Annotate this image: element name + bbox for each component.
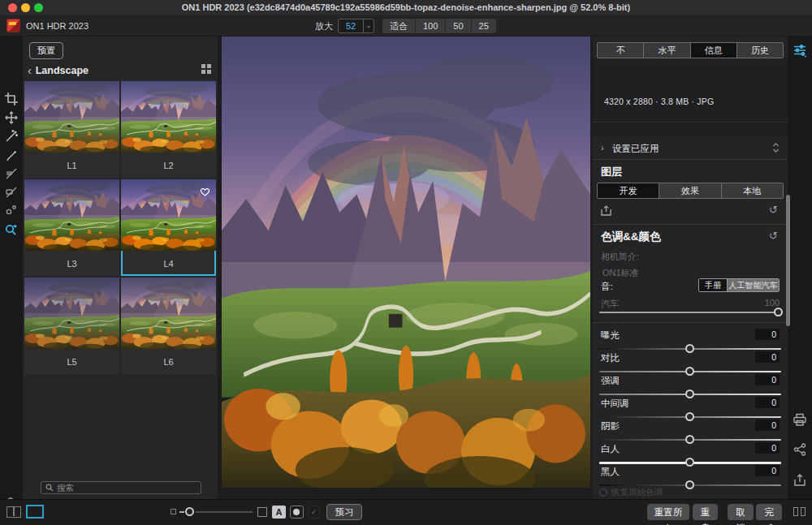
tone-ai-auto-button[interactable]: 人工智能汽车 (727, 279, 779, 291)
slider-knob[interactable] (685, 389, 694, 398)
slider-track-blacks[interactable] (599, 484, 781, 486)
slider-value-blacks[interactable]: 0 (755, 465, 780, 476)
slider-value-shadows[interactable]: 0 (755, 420, 780, 431)
zoom-preset-group: 适合 100 50 25 (382, 19, 496, 33)
applied-settings-row[interactable]: › 设置已应用 (593, 140, 788, 157)
preset-category-header[interactable]: ‹ Landscape (28, 62, 213, 79)
share-icon[interactable] (793, 442, 807, 457)
preset-thumbnail-l1[interactable]: L1 (24, 81, 119, 178)
footnote-text: 恢复原始色调 (611, 487, 663, 498)
grid-view-icon[interactable] (201, 64, 211, 74)
compare-icon[interactable] (793, 507, 806, 518)
zoom-fit-button[interactable]: 适合 (382, 19, 415, 33)
slider-track-whites[interactable] (599, 462, 781, 464)
tab-local[interactable]: 本地 (721, 183, 783, 198)
tab-none[interactable]: 不 (598, 43, 643, 58)
slider-track-midtones[interactable] (599, 416, 781, 418)
zoom-100-button[interactable]: 100 (415, 19, 445, 33)
printer-icon[interactable] (793, 412, 807, 427)
done-button[interactable]: 完成 (756, 504, 782, 520)
auto-slider-knob[interactable] (774, 308, 783, 316)
auto-slider-track[interactable] (599, 312, 781, 313)
camera-profile-label: 相机简介: (601, 251, 639, 263)
retouch-icon[interactable] (4, 203, 19, 217)
save-preset-icon[interactable] (600, 204, 612, 217)
zoom-50-button[interactable]: 50 (445, 19, 470, 33)
reset-all-button[interactable]: 重置所有 (647, 504, 689, 520)
slider-knob[interactable] (685, 412, 694, 421)
masking-brush-icon[interactable] (4, 166, 19, 181)
split-view-icon[interactable] (6, 506, 21, 518)
thumbnail-size-track[interactable] (196, 511, 253, 513)
slider-knob[interactable] (685, 458, 694, 467)
preset-label: L1 (24, 161, 119, 170)
preview-button[interactable]: 预习 (326, 504, 362, 520)
perfect-brush-icon[interactable] (4, 148, 19, 162)
slider-knob[interactable] (685, 367, 694, 376)
preset-thumbnail-l6[interactable]: L6 (121, 278, 216, 374)
check-overlay-toggle[interactable]: ✓ (308, 506, 320, 519)
chevron-right-icon: › (601, 143, 604, 153)
slider-track-exposure[interactable] (599, 348, 781, 350)
photo-info-box: 4320 x 2880 · 3.8 MB · JPG (593, 59, 788, 123)
right-panel: 不 水平 信息 历史 4320 x 2880 · 3.8 MB · JPG › … (593, 37, 788, 499)
slider-knob[interactable] (685, 344, 694, 353)
slider-value-exposure[interactable]: 0 (755, 329, 780, 340)
circle-overlay-toggle[interactable] (290, 506, 304, 519)
panel-scrollbar[interactable] (786, 195, 790, 326)
slider-value-highlights[interactable]: 0 (755, 374, 780, 385)
footnote-row[interactable]: 恢复原始色调 (599, 487, 663, 498)
preset-thumbnail-l3[interactable]: L3 (24, 179, 119, 276)
restart-button[interactable]: 重启 (693, 504, 718, 520)
search-input[interactable] (57, 483, 197, 493)
slider-knob[interactable] (685, 480, 694, 489)
preset-thumbnail-l2[interactable]: L2 (121, 81, 216, 178)
slider-label-midtones: 中间调 (601, 398, 629, 410)
masking-bug-icon[interactable] (4, 185, 19, 200)
tone-manual-button-active[interactable]: 手册 (699, 279, 727, 291)
thumbnail-size-knob[interactable] (185, 507, 194, 516)
window-title: ON1 HDR 2023 (e32dc8474d0a45789c192a5598… (0, 2, 812, 12)
move-icon[interactable] (4, 110, 19, 125)
preset-thumbnail-l4-selected[interactable]: L4 (121, 179, 216, 276)
tab-develop-active[interactable]: 开发 (598, 183, 659, 198)
cancel-button[interactable]: 取消 (728, 504, 754, 520)
text-overlay-toggle[interactable]: A (272, 506, 286, 519)
slider-label-shadows: 阴影 (601, 420, 620, 432)
zoom-25-button[interactable]: 25 (471, 19, 496, 33)
stepper-icon[interactable] (772, 142, 780, 153)
reset-tone-icon[interactable]: ↺ (769, 230, 780, 242)
photo-preview[interactable] (222, 37, 590, 488)
presets-button[interactable]: 预置 (29, 42, 63, 59)
zoom-input[interactable]: 52 ⌄ (338, 19, 374, 33)
tone-mode-toggle: 手册 人工智能汽车 (698, 278, 780, 292)
tab-history[interactable]: 历史 (736, 43, 783, 58)
tab-levels[interactable]: 水平 (643, 43, 689, 58)
camera-profile-value[interactable]: ON1标准 (603, 267, 639, 279)
slider-track-highlights[interactable] (599, 394, 781, 395)
settings-filter-icon[interactable] (793, 43, 807, 58)
export-icon[interactable] (793, 473, 807, 488)
tone-color-section-title: 色调&&颜色 (601, 230, 661, 244)
tab-info-active[interactable]: 信息 (690, 43, 736, 58)
slider-knob[interactable] (685, 435, 694, 444)
slider-label-blacks: 黑人 (601, 466, 620, 478)
preset-thumbnail-l5[interactable]: L5 (24, 278, 119, 374)
crop-icon[interactable] (4, 92, 19, 106)
info-sub-band (593, 123, 788, 136)
chevron-down-icon[interactable]: ⌄ (363, 19, 374, 33)
reset-develop-icon[interactable]: ↺ (769, 204, 780, 216)
single-view-icon-active[interactable] (26, 505, 44, 519)
slider-value-midtones[interactable]: 0 (755, 397, 780, 408)
slider-value-contrast[interactable]: 0 (755, 351, 780, 363)
zoom-value[interactable]: 52 (339, 21, 363, 31)
tool-rail: ? (0, 37, 23, 499)
slider-track-shadows[interactable] (599, 439, 781, 441)
slider-track-contrast[interactable] (599, 371, 781, 372)
favorite-heart-icon[interactable] (200, 186, 210, 196)
slider-value-whites[interactable]: 0 (755, 442, 780, 454)
search-box[interactable] (41, 481, 201, 494)
tab-effects[interactable]: 效果 (659, 183, 720, 198)
view-zoom-icon[interactable] (4, 222, 19, 237)
adjustment-brush-icon[interactable] (4, 129, 19, 144)
